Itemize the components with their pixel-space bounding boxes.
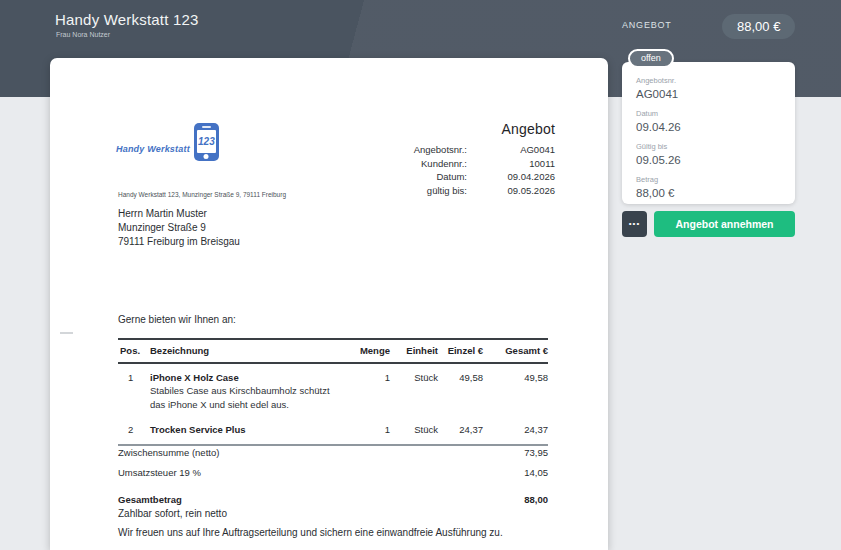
item-unit: Stück bbox=[390, 363, 438, 416]
table-row: 2 Trocken Service Plus 1 Stück 24,37 24,… bbox=[118, 416, 548, 445]
ellipsis-icon: ••• bbox=[629, 220, 640, 228]
meta-value: 09.04.2026 bbox=[467, 170, 555, 184]
grand-total-row: Gesamtbetrag 88,00 bbox=[118, 489, 548, 509]
meta-label: Angebotsnr.: bbox=[414, 143, 467, 157]
doc-type-label: ANGEBOT bbox=[622, 20, 672, 30]
document-preview: Handy Werkstatt 123 Angebot Angebotsnr.:… bbox=[50, 58, 608, 550]
sender-line: Handy Werkstatt 123, Munzinger Straße 9,… bbox=[118, 191, 286, 198]
info-field: Betrag 88,00 € bbox=[636, 175, 781, 201]
app-root: Handy Werkstatt 123 Frau Nora Nutzer ANG… bbox=[0, 0, 841, 550]
closing-line: Wir freuen uns auf Ihre Auftragserteilun… bbox=[118, 527, 503, 538]
intro-text: Gerne bieten wir Ihnen an: bbox=[118, 314, 236, 325]
items-table: Pos. Bezeichnung Menge Einheit Einzel € … bbox=[118, 338, 548, 446]
field-label: Angebotsnr. bbox=[636, 76, 781, 86]
document-title: Angebot bbox=[501, 121, 555, 137]
document-meta: Angebotsnr.: AG0041 Kundennr.: 10011 Dat… bbox=[414, 143, 555, 197]
logo-number: 123 bbox=[198, 136, 215, 147]
field-value: AG0041 bbox=[636, 87, 781, 102]
recipient-line: 79111 Freiburg im Breisgau bbox=[118, 235, 240, 249]
recipient-address: Herrn Martin Muster Munzinger Straße 9 7… bbox=[118, 207, 240, 249]
tax-row: Umsatzsteuer 19 % 14,05 bbox=[118, 462, 548, 482]
payment-terms: Zahlbar sofort, rein netto bbox=[118, 508, 503, 519]
account-title: Handy Werkstatt 123 bbox=[55, 11, 199, 28]
tax-label: Umsatzsteuer 19 % bbox=[118, 467, 201, 478]
field-label: Datum bbox=[636, 109, 781, 119]
item-description: Stabiles Case aus Kirschbaumholz schützt… bbox=[150, 384, 340, 411]
recipient-line: Munzinger Straße 9 bbox=[118, 221, 240, 235]
col-qty: Menge bbox=[340, 339, 390, 363]
meta-value: 09.05.2026 bbox=[467, 184, 555, 198]
recipient-line: Herrn Martin Muster bbox=[118, 207, 240, 221]
subtotal-label: Zwischensumme (netto) bbox=[118, 447, 219, 458]
totals-section: Zwischensumme (netto) 73,95 Umsatzsteuer… bbox=[118, 442, 548, 509]
item-name: Trocken Service Plus bbox=[150, 424, 340, 435]
info-field: Angebotsnr. AG0041 bbox=[636, 76, 781, 102]
item-qty: 1 bbox=[340, 363, 390, 416]
col-unit: Einheit bbox=[390, 339, 438, 363]
item-pos: 1 bbox=[118, 363, 150, 416]
meta-row: Kundennr.: 10011 bbox=[414, 157, 555, 171]
item-total: 49,58 bbox=[483, 363, 548, 416]
item-unit-price: 49,58 bbox=[438, 363, 483, 416]
amount-badge: 88,00 € bbox=[722, 14, 795, 39]
phone-logo-icon: 123 bbox=[194, 123, 219, 161]
meta-row: Datum: 09.04.2026 bbox=[414, 170, 555, 184]
subtotal-row: Zwischensumme (netto) 73,95 bbox=[118, 442, 548, 462]
item-qty: 1 bbox=[340, 416, 390, 445]
meta-row: Angebotsnr.: AG0041 bbox=[414, 143, 555, 157]
grand-total-value: 88,00 bbox=[524, 494, 548, 505]
meta-label: Datum: bbox=[436, 170, 467, 184]
meta-label: Kundennr.: bbox=[421, 157, 467, 171]
grand-total-label: Gesamtbetrag bbox=[118, 494, 182, 505]
offer-info-card: Angebotsnr. AG0041 Datum 09.04.26 Gültig… bbox=[622, 62, 795, 204]
info-field: Gültig bis 09.05.26 bbox=[636, 142, 781, 168]
item-unit-price: 24,37 bbox=[438, 416, 483, 445]
item-total: 24,37 bbox=[483, 416, 548, 445]
field-label: Gültig bis bbox=[636, 142, 781, 152]
phone-home-button bbox=[204, 154, 209, 159]
col-unit-price: Einzel € bbox=[438, 339, 483, 363]
more-options-button[interactable]: ••• bbox=[622, 211, 647, 237]
accept-offer-button[interactable]: Angebot annehmen bbox=[654, 211, 795, 237]
subtotal-value: 73,95 bbox=[524, 447, 548, 458]
phone-speaker bbox=[202, 126, 211, 128]
field-label: Betrag bbox=[636, 175, 781, 185]
field-value: 09.05.26 bbox=[636, 153, 781, 168]
field-value: 09.04.26 bbox=[636, 120, 781, 135]
status-badge: offen bbox=[628, 49, 674, 68]
table-row: 1 iPhone X Holz Case Stabiles Case aus K… bbox=[118, 363, 548, 416]
fold-mark bbox=[60, 332, 73, 334]
table-header-row: Pos. Bezeichnung Menge Einheit Einzel € … bbox=[118, 339, 548, 363]
action-buttons: ••• Angebot annehmen bbox=[622, 211, 795, 237]
col-name: Bezeichnung bbox=[150, 339, 340, 363]
item-name: iPhone X Holz Case bbox=[150, 372, 340, 383]
meta-label: gültig bis: bbox=[427, 184, 467, 198]
item-pos: 2 bbox=[118, 416, 150, 445]
item-unit: Stück bbox=[390, 416, 438, 445]
col-pos: Pos. bbox=[118, 339, 150, 363]
meta-value: 10011 bbox=[467, 157, 555, 171]
col-total: Gesamt € bbox=[483, 339, 548, 363]
account-subtitle: Frau Nora Nutzer bbox=[56, 31, 110, 38]
info-field: Datum 09.04.26 bbox=[636, 109, 781, 135]
phone-screen: 123 bbox=[197, 130, 216, 153]
logo-text: Handy Werkstatt bbox=[116, 130, 190, 154]
document-footer: Zahlbar sofort, rein netto Wir freuen un… bbox=[118, 508, 503, 546]
field-value: 88,00 € bbox=[636, 186, 781, 201]
tax-value: 14,05 bbox=[524, 467, 548, 478]
company-logo: Handy Werkstatt 123 bbox=[116, 123, 219, 161]
meta-row: gültig bis: 09.05.2026 bbox=[414, 184, 555, 198]
meta-value: AG0041 bbox=[467, 143, 555, 157]
